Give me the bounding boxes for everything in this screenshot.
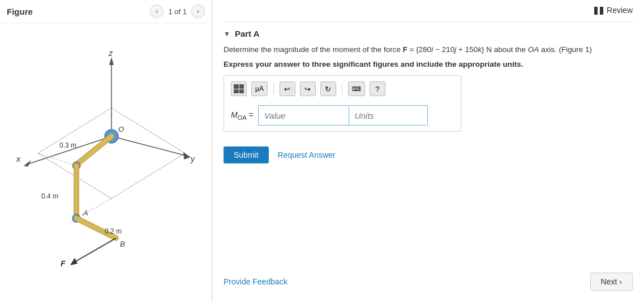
- grid-cell-4: [239, 89, 244, 94]
- dim2-label: 0.4 m: [41, 192, 58, 200]
- z-axis-label: z: [108, 49, 113, 58]
- input-row: MOA =: [231, 105, 454, 126]
- force-arrow: [70, 258, 78, 265]
- answer-box: μA ↩ ↪ ↻ ⌨: [224, 75, 461, 132]
- express-text: Express your answer to three significant…: [224, 60, 633, 68]
- figure-prev-button[interactable]: ‹: [150, 5, 164, 18]
- grid-cell-3: [234, 89, 239, 94]
- matrix-button[interactable]: [231, 81, 247, 96]
- y-axis-label: y: [190, 154, 195, 163]
- review-label: Review: [607, 6, 633, 15]
- y-axis-arrow: [183, 152, 191, 159]
- left-panel: Figure ‹ 1 of 1 › z x y: [0, 0, 212, 302]
- toolbar-separator-1: [273, 83, 274, 94]
- submit-row: Submit Request Answer: [224, 146, 633, 163]
- figure-count: 1 of 1: [168, 7, 187, 16]
- figure-next-button[interactable]: ›: [191, 5, 205, 18]
- oa-axis: OA: [528, 45, 539, 54]
- moa-label: MOA =: [231, 110, 254, 121]
- review-icon: [594, 7, 603, 14]
- part-header: ▼ Part A: [224, 29, 633, 38]
- z-axis-arrow: [109, 57, 114, 65]
- figure-image-area: z x y O 0.3 m: [0, 23, 212, 283]
- force-symbol: F: [403, 45, 407, 54]
- svg-rect-0: [594, 7, 598, 15]
- f-label: F: [61, 259, 66, 266]
- x-axis-line: [27, 136, 111, 165]
- figure-title: Figure: [7, 7, 33, 16]
- bottom-row: Provide Feedback Next ›: [224, 273, 633, 291]
- ground-line2: [76, 199, 111, 218]
- mu-a-button[interactable]: μA: [251, 81, 268, 96]
- y-axis-line: [111, 136, 188, 156]
- part-section: ▼ Part A Determine the magnitude of the …: [224, 29, 633, 163]
- dim3-label: 0.2 m: [105, 227, 122, 235]
- x-axis-label: x: [16, 154, 21, 163]
- value-input[interactable]: [258, 105, 349, 126]
- dim1-label: 0.3 m: [59, 141, 76, 149]
- part-label: Part A: [235, 29, 260, 38]
- next-chevron-icon: ›: [619, 277, 622, 286]
- toolbar-separator-2: [342, 83, 342, 94]
- force-line: [72, 238, 116, 264]
- b-label: B: [120, 240, 125, 248]
- mechanical-svg: z x y O 0.3 m: [10, 40, 202, 266]
- toolbar: μA ↩ ↪ ↻ ⌨: [231, 81, 454, 100]
- top-divider: [224, 21, 633, 22]
- ground-line1: [38, 153, 76, 166]
- question-text: Determine the magnitude of the moment of…: [224, 44, 633, 55]
- reset-button[interactable]: ↻: [320, 81, 336, 96]
- next-button[interactable]: Next ›: [590, 273, 633, 291]
- help-button[interactable]: ?: [370, 81, 385, 96]
- o-label: O: [118, 125, 124, 133]
- grid-cell-2: [239, 84, 244, 89]
- keyboard-button[interactable]: ⌨: [348, 81, 365, 96]
- review-button[interactable]: Review: [594, 6, 633, 15]
- redo-button[interactable]: ↪: [300, 81, 316, 96]
- arm-oa-highlight: [76, 136, 111, 165]
- request-answer-button[interactable]: Request Answer: [278, 150, 336, 159]
- undo-button[interactable]: ↩: [280, 81, 295, 96]
- figure-header: Figure ‹ 1 of 1 ›: [0, 0, 212, 23]
- part-toggle[interactable]: ▼: [224, 30, 230, 38]
- provide-feedback-button[interactable]: Provide Feedback: [224, 277, 287, 286]
- right-panel: Review ▼ Part A Determine the magnitude …: [212, 0, 644, 302]
- figure-nav: ‹ 1 of 1 ›: [150, 5, 205, 18]
- submit-button[interactable]: Submit: [224, 146, 269, 163]
- svg-rect-1: [600, 7, 603, 15]
- units-input[interactable]: [349, 105, 428, 126]
- grid-cell-1: [234, 84, 239, 89]
